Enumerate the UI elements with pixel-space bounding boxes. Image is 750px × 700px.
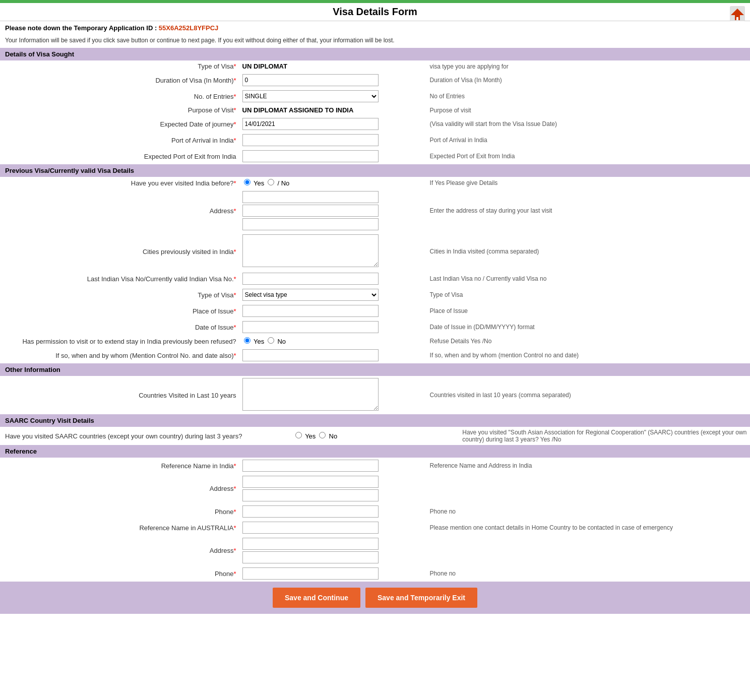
port-arrival-cell[interactable] — [239, 132, 427, 148]
visited-before-cell[interactable]: Yes / No — [239, 177, 427, 189]
table-row: Expected Port of Exit from India Expecte… — [0, 148, 750, 164]
refused-detail-help: If so, when and by whom (mention Control… — [427, 347, 750, 363]
date-of-issue-input[interactable] — [242, 321, 379, 333]
ref-address-india-input-1[interactable] — [242, 476, 379, 488]
expected-date-input[interactable] — [242, 118, 379, 130]
duration-input[interactable] — [242, 74, 379, 86]
visa-type-prev-select[interactable]: Select visa type TOURIST BUSINESS STUDEN… — [242, 289, 379, 301]
duration-input-cell[interactable] — [239, 72, 427, 88]
ref-name-aus-input[interactable] — [242, 522, 379, 534]
prev-address-input-3[interactable] — [242, 218, 379, 230]
refused-yes-radio[interactable] — [244, 337, 251, 344]
no-of-entries-label: No. of Entries* — [0, 88, 239, 104]
saarc-no-label: No — [329, 432, 338, 440]
ref-address-india-cell[interactable] — [239, 474, 427, 503]
save-exit-button[interactable]: Save and Temporarily Exit — [365, 588, 477, 608]
home-icon[interactable] — [730, 6, 745, 21]
countries-visited-help: Countries visited in last 10 years (comm… — [427, 376, 750, 414]
ref-address-aus-help — [427, 536, 750, 565]
ref-phone-aus-input[interactable] — [242, 567, 379, 580]
ref-phone-aus-cell[interactable] — [239, 565, 427, 582]
ref-address-india-help — [427, 474, 750, 503]
saarc-radio-cell[interactable]: Yes No — [291, 427, 460, 445]
table-row: Has permission to visit or to extend sta… — [0, 335, 750, 347]
date-of-issue-cell[interactable] — [239, 319, 427, 335]
refused-no-radio[interactable] — [268, 337, 274, 344]
cities-visited-cell[interactable] — [239, 232, 427, 271]
port-arrival-label: Port of Arrival in India* — [0, 132, 239, 148]
refused-cell[interactable]: Yes No — [239, 335, 427, 347]
table-row: Phone* Phone no — [0, 503, 750, 520]
section-other-info: Other Information — [0, 363, 750, 376]
saarc-yes-radio[interactable] — [295, 432, 302, 438]
section-saarc: SAARC Country Visit Details — [0, 414, 750, 427]
refused-detail-input[interactable] — [242, 349, 379, 361]
ref-phone-india-cell[interactable] — [239, 503, 427, 520]
countries-visited-cell[interactable] — [239, 376, 427, 414]
refused-yes-label: Yes — [254, 338, 264, 345]
table-row: No. of Entries* SINGLE DOUBLE MULTIPLE N… — [0, 88, 750, 104]
port-exit-help: Expected Port of Exit from India — [427, 148, 750, 164]
ref-phone-india-label: Phone* — [0, 503, 239, 520]
app-id-value: 55X6A252L8YFPCJ — [159, 24, 219, 32]
ref-address-aus-cell[interactable] — [239, 536, 427, 565]
ref-phone-india-input[interactable] — [242, 505, 379, 518]
ref-address-aus-input-1[interactable] — [242, 538, 379, 550]
ref-name-india-input[interactable] — [242, 460, 379, 472]
port-exit-input[interactable] — [242, 150, 379, 162]
last-visa-no-label: Last Indian Visa No/Currently valid Indi… — [0, 271, 239, 287]
ref-address-india-input-2[interactable] — [242, 489, 379, 501]
ref-name-india-cell[interactable] — [239, 458, 427, 474]
ref-address-aus-input-2[interactable] — [242, 551, 379, 563]
table-row: Have you ever visited India before?* Yes… — [0, 177, 750, 189]
refused-label: Has permission to visit or to extend sta… — [0, 335, 239, 347]
place-of-issue-cell[interactable] — [239, 303, 427, 319]
ref-address-india-stack — [242, 476, 424, 501]
table-row: If so, when and by whom (Mention Control… — [0, 347, 750, 363]
ref-name-india-help: Reference Name and Address in India — [427, 458, 750, 474]
no-of-entries-select[interactable]: SINGLE DOUBLE MULTIPLE — [242, 90, 379, 102]
last-visa-no-help: Last Indian Visa no / Currently valid Vi… — [427, 271, 750, 287]
refused-detail-label: If so, when and by whom (Mention Control… — [0, 347, 239, 363]
refused-no-label: No — [277, 338, 286, 345]
refused-detail-cell[interactable] — [239, 347, 427, 363]
port-arrival-help: Port of Arrival in India — [427, 132, 750, 148]
type-of-visa-help: visa type you are applying for — [427, 60, 750, 72]
place-of-issue-label: Place of Issue* — [0, 303, 239, 319]
visa-type-prev-help: Type of Visa — [427, 287, 750, 303]
table-row: Cities previously visited in India* Citi… — [0, 232, 750, 271]
type-of-visa-label: Type of Visa* — [0, 60, 239, 72]
refused-help: Refuse Details Yes /No — [427, 335, 750, 347]
ref-name-aus-label: Reference Name in AUSTRALIA* — [0, 520, 239, 536]
prev-address-help: Enter the address of stay during your la… — [427, 189, 750, 232]
table-row: Place of Issue* Place of Issue — [0, 303, 750, 319]
date-of-issue-help: Date of Issue in (DD/MM/YYYY) format — [427, 319, 750, 335]
visited-india-yes-radio[interactable] — [244, 179, 251, 185]
ref-name-aus-help: Please mention one contact details in Ho… — [427, 520, 750, 536]
table-row: Reference Name in India* Reference Name … — [0, 458, 750, 474]
last-visa-no-input[interactable] — [242, 273, 379, 285]
cities-visited-textarea[interactable] — [242, 234, 379, 267]
countries-visited-textarea[interactable] — [242, 378, 379, 411]
port-exit-cell[interactable] — [239, 148, 427, 164]
previous-visa-table: Have you ever visited India before?* Yes… — [0, 177, 750, 363]
place-of-issue-input[interactable] — [242, 305, 379, 317]
expected-date-cell[interactable] — [239, 116, 427, 132]
prev-address-input-1[interactable] — [242, 191, 379, 203]
ref-name-india-label: Reference Name in India* — [0, 458, 239, 474]
visited-india-no-radio[interactable] — [268, 179, 274, 185]
save-continue-button[interactable]: Save and Continue — [273, 588, 360, 608]
visited-before-help: If Yes Please give Details — [427, 177, 750, 189]
no-of-entries-cell[interactable]: SINGLE DOUBLE MULTIPLE — [239, 88, 427, 104]
ref-name-aus-cell[interactable] — [239, 520, 427, 536]
last-visa-no-cell[interactable] — [239, 271, 427, 287]
prev-address-cell[interactable] — [239, 189, 427, 232]
prev-address-input-2[interactable] — [242, 205, 379, 217]
section-visa-sought: Details of Visa Sought — [0, 48, 750, 60]
visa-type-prev-cell[interactable]: Select visa type TOURIST BUSINESS STUDEN… — [239, 287, 427, 303]
saarc-no-radio[interactable] — [319, 432, 326, 438]
purpose-value: UN DIPLOMAT ASSIGNED TO INDIA — [242, 106, 354, 114]
port-arrival-input[interactable] — [242, 134, 379, 146]
section-reference: Reference — [0, 445, 750, 458]
ref-address-aus-stack — [242, 538, 424, 563]
